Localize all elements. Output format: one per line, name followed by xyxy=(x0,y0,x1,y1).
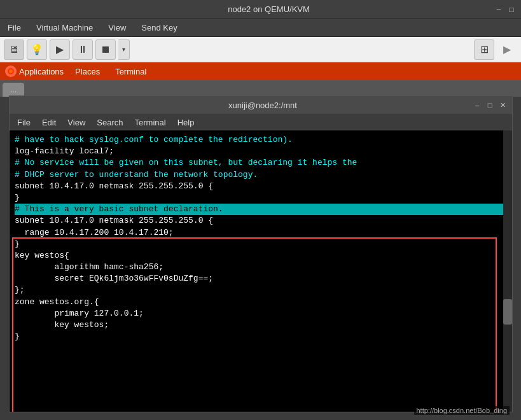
inner-menu-file[interactable]: File xyxy=(13,116,34,129)
inner-minimize-button[interactable]: – xyxy=(473,101,482,109)
inner-window-title: xuniji@node2:/mnt xyxy=(53,101,473,110)
outer-title-bar: node2 on QEMU/KVM – □ xyxy=(0,0,521,19)
toolbar-bulb-button[interactable]: 💡 xyxy=(27,39,47,60)
inner-menu-bar: File Edit View Search Terminal Help xyxy=(10,114,512,130)
inner-title-bar: xuniji@node2:/mnt – □ ✕ xyxy=(10,96,512,114)
gnome-icon xyxy=(5,66,17,77)
menu-file[interactable]: File xyxy=(3,21,26,34)
terminal-line: algorithm hamc-sha256; xyxy=(15,262,507,273)
terminal-line: } xyxy=(15,192,507,204)
inner-title-controls: – □ ✕ xyxy=(473,101,507,109)
terminal-line: # have to hack syslog.conf to complete t… xyxy=(15,134,507,146)
terminal-content[interactable]: # have to hack syslog.conf to complete t… xyxy=(10,130,512,412)
places-label[interactable]: Places xyxy=(71,66,104,78)
terminal-line: } xyxy=(15,239,507,250)
outer-minimize-button[interactable]: – xyxy=(494,5,503,14)
toolbar-extra2-button[interactable]: ▶ xyxy=(497,39,517,60)
toolbar: 🖥 💡 ▶ ⏸ ⏹ ▾ ⊞ ▶ xyxy=(0,37,521,62)
toolbar-dropdown[interactable]: ▾ xyxy=(118,39,130,60)
outer-menu-bar: File Virtual Machine View Send Key xyxy=(0,19,521,37)
scrollbar[interactable] xyxy=(503,130,512,412)
toolbar-play-button[interactable]: ▶ xyxy=(50,39,70,60)
terminal-line: # This is a very basic subnet declaratio… xyxy=(15,204,507,215)
toolbar-extra-button[interactable]: ⊞ xyxy=(474,39,494,60)
terminal-line: range 10.4.17.200 10.4.17.210; xyxy=(15,227,507,239)
toolbar-display-button[interactable]: 🖥 xyxy=(4,39,24,60)
terminal-label[interactable]: Terminal xyxy=(111,66,150,78)
svg-point-1 xyxy=(9,69,13,73)
terminal-line: }; xyxy=(15,284,507,296)
outer-window-title: node2 on QEMU/KVM xyxy=(43,4,494,14)
outer-maximize-button[interactable]: □ xyxy=(507,5,516,14)
terminal-line: primary 127.0.0.1; xyxy=(15,308,507,319)
outer-title-controls: – □ xyxy=(494,5,516,14)
inner-terminal-window: xuniji@node2:/mnt – □ ✕ File Edit View S… xyxy=(9,95,513,412)
terminal-line: zone westos.org.{ xyxy=(15,297,507,308)
terminal-line: key westos; xyxy=(15,319,507,331)
terminal-line: # No service will be given on this subne… xyxy=(15,157,507,169)
terminal-line: subnet 10.4.17.0 netmask 255.255.255.0 { xyxy=(15,215,507,227)
inner-menu-search[interactable]: Search xyxy=(93,116,127,129)
gnome-panel: Applications Places Terminal xyxy=(0,62,521,80)
applications-menu[interactable]: Applications xyxy=(5,66,64,77)
watermark: http://blog.csdn.net/Bob_ding xyxy=(414,406,510,415)
tab-label: ... xyxy=(10,85,17,94)
menu-virtual-machine[interactable]: Virtual Machine xyxy=(31,21,98,34)
tab-bar: ... xyxy=(0,80,521,97)
applications-label: Applications xyxy=(19,67,64,76)
menu-view[interactable]: View xyxy=(103,21,131,34)
terminal-line: # DHCP server to understand the network … xyxy=(15,169,507,181)
inner-menu-terminal[interactable]: Terminal xyxy=(131,116,170,129)
inner-menu-help[interactable]: Help xyxy=(174,116,198,129)
inner-menu-edit[interactable]: Edit xyxy=(38,116,60,129)
inner-close-button[interactable]: ✕ xyxy=(498,101,507,109)
toolbar-pause-button[interactable]: ⏸ xyxy=(73,39,93,60)
inner-menu-view[interactable]: View xyxy=(64,116,89,129)
menu-send-key[interactable]: Send Key xyxy=(136,21,182,34)
terminal-line: log-facility local7; xyxy=(15,146,507,157)
terminal-line: } xyxy=(15,331,507,342)
tab-item[interactable]: ... xyxy=(3,83,24,97)
terminal-line: key westos{ xyxy=(15,250,507,262)
terminal-line: secret EQk6ljm3o36wFFv0sDuZfg==; xyxy=(15,273,507,284)
scrollbar-thumb[interactable] xyxy=(503,299,512,325)
terminal-line: subnet 10.4.17.0 netmask 255.255.255.0 { xyxy=(15,181,507,192)
toolbar-stop-button[interactable]: ⏹ xyxy=(95,39,116,60)
inner-maximize-button[interactable]: □ xyxy=(485,101,494,109)
